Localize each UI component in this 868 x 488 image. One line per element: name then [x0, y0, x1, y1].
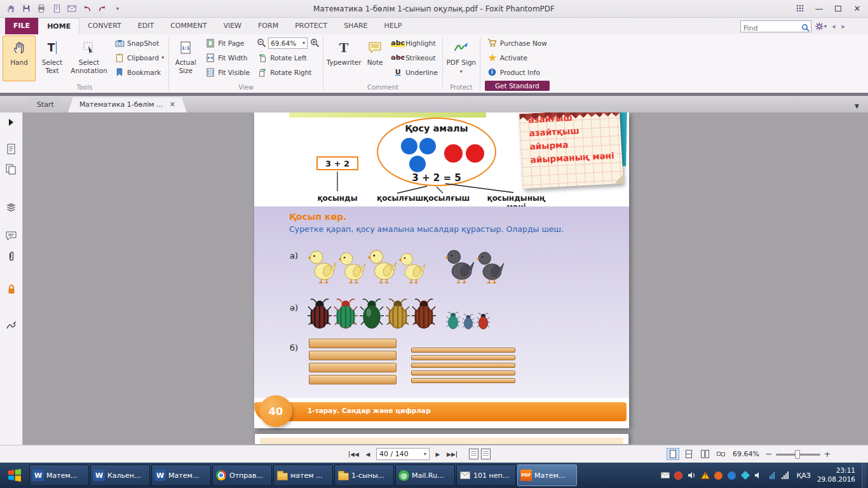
typewriter-button[interactable]: T Typewriter	[325, 36, 362, 81]
zoom-combobox[interactable]: 69.64%▾	[268, 37, 308, 49]
hand-tool-icon[interactable]	[4, 3, 18, 15]
signature-panel-icon[interactable]	[4, 318, 19, 331]
next-page-button[interactable]: ▶	[432, 448, 444, 460]
tray-equalizer-icon[interactable]	[767, 471, 776, 480]
tab-file[interactable]: FILE	[5, 18, 38, 34]
product-info-button[interactable]: i Product Info	[485, 65, 550, 79]
find-field[interactable]	[741, 23, 799, 34]
expand-panel-icon[interactable]	[4, 116, 19, 128]
language-indicator[interactable]: ҚАЗ	[794, 471, 813, 480]
select-annotation-button[interactable]: Select Annotation	[69, 36, 109, 81]
find-options-icon[interactable]: ▾	[815, 22, 827, 30]
taskbar-clock[interactable]: 23:11 29.08.2016	[817, 466, 858, 484]
nav-back-icon[interactable]: ◂	[831, 22, 837, 30]
zoom-out-icon[interactable]	[256, 38, 266, 48]
doc-tab-start[interactable]: Start	[25, 97, 65, 112]
hand-button[interactable]: Hand	[3, 36, 36, 81]
close-button[interactable]: ✕	[848, 0, 867, 17]
actual-size-button[interactable]: 1:1 Actual Size	[171, 36, 200, 81]
save-icon[interactable]	[19, 3, 33, 15]
single-page-view-icon[interactable]	[667, 448, 679, 460]
taskbar-item-folder[interactable]: 1-сыны...	[334, 464, 394, 486]
zoom-slider-thumb[interactable]	[795, 450, 800, 459]
attachments-panel-icon[interactable]	[4, 250, 19, 262]
taskbar-item-word[interactable]: WМатем...	[29, 464, 89, 486]
continuous-facing-view-icon[interactable]	[714, 448, 727, 460]
underline-button[interactable]: U Underline	[390, 65, 440, 79]
pages-panel-icon[interactable]	[4, 163, 19, 175]
zoom-out-button[interactable]: −	[765, 449, 773, 459]
start-button[interactable]	[0, 463, 29, 488]
show-desktop-button[interactable]	[862, 463, 867, 488]
clipboard-button[interactable]: Clipboard▾	[112, 50, 166, 65]
nav-forward-icon[interactable]: ▸	[840, 22, 846, 30]
taskbar-item-mailru[interactable]: @Mail.Ru...	[395, 464, 455, 486]
minimize-button[interactable]: —	[810, 0, 829, 17]
fit-page-button[interactable]: Fit Page	[203, 36, 252, 50]
tab-edit[interactable]: EDIT	[130, 18, 162, 34]
ui-switch-icon[interactable]	[790, 0, 810, 17]
find-input[interactable]	[740, 20, 811, 32]
tab-comment[interactable]: COMMENT	[162, 18, 215, 34]
activate-button[interactable]: Activate	[485, 50, 550, 65]
tab-list-dropdown-icon[interactable]: ▼	[855, 103, 859, 109]
rotate-right-button[interactable]: Rotate Right	[255, 65, 321, 79]
email-icon[interactable]	[65, 3, 79, 15]
tray-speaker-icon[interactable]	[754, 471, 763, 480]
zoom-slider[interactable]	[776, 450, 820, 459]
get-standard-button[interactable]: Get Standard	[485, 81, 550, 91]
comments-panel-icon[interactable]	[4, 229, 19, 242]
taskbar-item-word[interactable]: WКальен...	[90, 464, 150, 486]
printer-icon[interactable]	[34, 3, 48, 15]
tray-cyan-status-icon[interactable]	[740, 471, 750, 480]
redo-icon[interactable]	[95, 3, 109, 15]
tray-red-status-icon[interactable]	[674, 471, 683, 480]
restore-button[interactable]	[829, 0, 848, 17]
fit-visible-button[interactable]: Fit Visible	[203, 65, 252, 79]
taskbar-item-chrome[interactable]: Отправ...	[212, 464, 272, 486]
customize-toolbar-icon[interactable]: ▾	[111, 3, 125, 15]
tray-warning-icon[interactable]: !	[700, 471, 710, 480]
previous-view-icon[interactable]	[469, 449, 478, 459]
print-preview-icon[interactable]	[50, 3, 64, 15]
previous-page-button[interactable]: ◀	[362, 448, 374, 460]
page-number-field[interactable]: 40 / 140▾	[376, 448, 430, 460]
tray-network-icon[interactable]	[780, 471, 790, 480]
tab-protect[interactable]: PROTECT	[287, 18, 336, 34]
rotate-left-button[interactable]: Rotate Left	[255, 50, 321, 65]
tab-help[interactable]: HELP	[376, 18, 410, 34]
tray-orange-status-icon[interactable]	[714, 471, 723, 480]
doc-tab-document[interactable]: Математика 1-бөлім ... ✕	[68, 97, 187, 112]
next-view-icon[interactable]	[481, 449, 491, 459]
bookmarks-panel-icon[interactable]	[4, 142, 19, 155]
search-icon[interactable]	[801, 22, 810, 34]
taskbar-item-word[interactable]: WМатем...	[151, 464, 211, 486]
select-text-button[interactable]: T Select Text	[36, 36, 69, 81]
taskbar-item-folder[interactable]: матем ...	[273, 464, 333, 486]
tab-view[interactable]: VIEW	[215, 18, 250, 34]
tray-volume-icon[interactable]	[687, 471, 696, 480]
taskbar-item-foxit[interactable]: PDFМатем...	[517, 464, 577, 486]
taskbar-item-outlook[interactable]: 101 неп...	[456, 464, 516, 486]
tray-envelope-icon[interactable]	[660, 471, 670, 480]
zoom-in-icon[interactable]	[309, 38, 320, 48]
last-page-button[interactable]: ▶▶	[446, 448, 458, 460]
tab-share[interactable]: SHARE	[336, 18, 376, 34]
facing-view-icon[interactable]	[698, 448, 711, 460]
pdf-sign-button[interactable]: PDF Sign ▾	[445, 36, 478, 81]
tab-convert[interactable]: CONVERT	[79, 18, 130, 34]
tab-form[interactable]: FORM	[250, 18, 287, 34]
first-page-button[interactable]: ◀◀	[348, 448, 360, 460]
fit-width-button[interactable]: Fit Width	[203, 50, 252, 65]
tray-blue-status-icon[interactable]	[727, 471, 736, 480]
undo-icon[interactable]	[80, 3, 94, 15]
bookmark-button[interactable]: Bookmark	[112, 65, 166, 79]
snapshot-button[interactable]: SnapShot	[112, 36, 166, 50]
note-button[interactable]: Note	[362, 36, 388, 81]
tab-home[interactable]: HOME	[38, 18, 79, 34]
layers-panel-icon[interactable]	[4, 201, 19, 214]
document-view[interactable]: 3 + 2 Қосу амалы 3 + 2 = 5 қосынды	[23, 112, 868, 445]
continuous-view-icon[interactable]	[682, 448, 695, 460]
zoom-in-button[interactable]: +	[824, 449, 831, 459]
close-tab-icon[interactable]: ✕	[170, 97, 175, 112]
